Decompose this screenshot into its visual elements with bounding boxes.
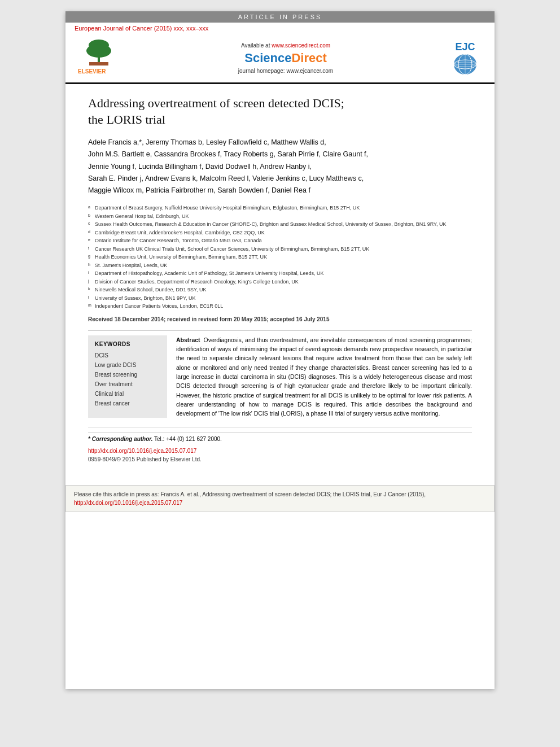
citation-footer: Please cite this article in press as: Fr…	[65, 485, 495, 512]
affil-text: Division of Cancer Studies, Department o…	[95, 278, 299, 286]
corresponding-author: * Corresponding author. Tel.: +44 (0) 12…	[88, 432, 472, 442]
svg-point-3	[86, 44, 111, 58]
keywords-box: KEYWORDS DCISLow grade DCISBreast screen…	[88, 335, 167, 418]
article-title: Addressing overtreatment of screen detec…	[88, 95, 472, 128]
affil-sup: b	[88, 213, 94, 221]
article-in-press-banner: ARTICLE IN PRESS	[65, 11, 495, 23]
affil-sup: j	[88, 278, 94, 286]
affil-sup: d	[88, 229, 94, 237]
keywords-abstract-section: KEYWORDS DCISLow grade DCISBreast screen…	[88, 335, 472, 418]
keyword-item: Clinical trial	[95, 389, 160, 399]
keyword-item: DCIS	[95, 351, 160, 360]
authors-section: Adele Francis a,*, Jeremy Thomas b, Lesl…	[88, 137, 472, 196]
affil-text: Cambridge Breast Unit, Addenbrooke's Hos…	[95, 229, 265, 237]
affil-text: Ninewells Medical School, Dundee, DD1 9S…	[95, 286, 206, 294]
affil-text: Cancer Research UK Clinical Trials Unit,…	[95, 246, 369, 254]
affiliation-item: eOntario Institute for Cancer Research, …	[88, 237, 472, 245]
divider	[88, 330, 472, 331]
journal-link[interactable]: European Journal of Cancer (2015) xxx, x…	[65, 23, 495, 34]
keywords-title: KEYWORDS	[95, 341, 160, 347]
affil-text: Department of Histopathology, Academic U…	[95, 270, 324, 278]
svg-rect-4	[89, 62, 108, 65]
ejc-text: EJC	[455, 41, 475, 53]
affil-sup: h	[88, 262, 94, 270]
keywords-list: DCISLow grade DCISBreast screeningOver t…	[95, 351, 160, 408]
abstract-content: Overdiagnosis, and thus overtreatment, a…	[176, 337, 472, 417]
authors-line1: Adele Francis a,*, Jeremy Thomas b, Lesl…	[88, 137, 472, 148]
affil-text: Western General Hospital, Edinburgh, UK	[95, 213, 189, 221]
keyword-item: Breast cancer	[95, 399, 160, 408]
affil-sup: i	[88, 270, 94, 278]
keyword-item: Over treatment	[95, 379, 160, 389]
authors-line5: Maggie Wilcox m, Patricia Fairbrother m,…	[88, 185, 472, 196]
affiliation-item: bWestern General Hospital, Edinburgh, UK	[88, 213, 472, 221]
affil-sup: a	[88, 204, 94, 212]
affiliations-section: aDepartment of Breast Surgery, Nuffield …	[88, 204, 472, 311]
affil-text: Department of Breast Surgery, Nuffield H…	[95, 204, 360, 212]
ejc-logo: EJC	[443, 38, 488, 78]
available-at: Available at www.sciencedirect.com	[135, 42, 436, 49]
center-info: Available at www.sciencedirect.com Scien…	[135, 42, 436, 74]
sciencedirect-logo: ScienceDirect	[135, 51, 436, 65]
affiliation-item: jDivision of Cancer Studies, Department …	[88, 278, 472, 286]
doi-line[interactable]: http://dx.doi.org/10.1016/j.ejca.2015.07…	[88, 448, 472, 454]
affil-text: St. James's Hospital, Leeds, UK	[95, 262, 167, 270]
title-line2: the LORIS trial	[88, 112, 165, 126]
affiliation-item: iDepartment of Histopathology, Academic …	[88, 270, 472, 278]
affil-text: University of Sussex, Brighton, BN1 9PY,…	[95, 295, 195, 303]
affiliation-item: hSt. James's Hospital, Leeds, UK	[88, 262, 472, 270]
article-content: Addressing overtreatment of screen detec…	[65, 84, 495, 474]
affiliation-item: aDepartment of Breast Surgery, Nuffield …	[88, 204, 472, 212]
received-line: Received 18 December 2014; received in r…	[88, 316, 472, 322]
banner-text: ARTICLE IN PRESS	[238, 14, 322, 20]
copyright-line: 0959-8049/© 2015 Published by Elsevier L…	[88, 456, 472, 462]
affil-text: Independent Cancer Patients Voices, Lond…	[95, 303, 223, 311]
corresponding-author-label: * Corresponding author.	[88, 436, 152, 442]
corresponding-author-phone: Tel.: +44 (0) 121 627 2000.	[154, 436, 222, 442]
logo-bar: ELSEVIER Available at www.sciencedirect.…	[65, 34, 495, 84]
affiliation-item: dCambridge Breast Unit, Addenbrooke's Ho…	[88, 229, 472, 237]
affil-sup: c	[88, 221, 94, 229]
affil-sup: f	[88, 246, 94, 254]
title-line1: Addressing overtreatment of screen detec…	[88, 96, 344, 110]
authors-line3: Jennie Young f, Lucinda Billingham f, Da…	[88, 161, 472, 173]
sciencedirect-link[interactable]: www.sciencedirect.com	[272, 42, 330, 49]
affil-text: Sussex Health Outcomes, Research & Educa…	[95, 221, 446, 229]
abstract-box: AbstractOverdiagnosis, and thus overtrea…	[176, 335, 472, 418]
affil-sup: k	[88, 286, 94, 294]
affil-sup: l	[88, 295, 94, 303]
affil-text: Ontario Institute for Cancer Research, T…	[95, 237, 261, 245]
authors-line2: John M.S. Bartlett e, Cassandra Brookes …	[88, 148, 472, 160]
affiliation-item: lUniversity of Sussex, Brighton, BN1 9PY…	[88, 295, 472, 303]
abstract-label: Abstract	[176, 337, 200, 343]
svg-text:ELSEVIER: ELSEVIER	[78, 68, 106, 75]
affil-sup: e	[88, 237, 94, 245]
affiliation-item: mIndependent Cancer Patients Voices, Lon…	[88, 303, 472, 311]
elsevier-logo: ELSEVIER	[72, 38, 129, 78]
affiliation-item: cSussex Health Outcomes, Research & Educ…	[88, 221, 472, 229]
affil-sup: g	[88, 254, 94, 261]
affiliation-item: gHealth Economics Unit, University of Bi…	[88, 254, 472, 261]
authors-line4: Sarah E. Pinder j, Andrew Evans k, Malco…	[88, 173, 472, 185]
affiliation-item: fCancer Research UK Clinical Trials Unit…	[88, 246, 472, 254]
article-page: ARTICLE IN PRESS European Journal of Can…	[65, 11, 495, 689]
journal-homepage: journal homepage: www.ejcancer.com	[135, 68, 436, 74]
affil-text: Health Economics Unit, University of Bir…	[95, 254, 267, 261]
divider-2	[88, 427, 472, 427]
abstract-text: AbstractOverdiagnosis, and thus overtrea…	[176, 335, 472, 418]
keyword-item: Breast screening	[95, 370, 160, 379]
keyword-item: Low grade DCIS	[95, 360, 160, 370]
affil-sup: m	[88, 303, 94, 311]
affiliation-item: kNinewells Medical School, Dundee, DD1 9…	[88, 286, 472, 294]
citation-doi-link[interactable]: http://dx.doi.org/10.1016/j.ejca.2015.07…	[74, 500, 182, 506]
citation-text: Please cite this article in press as: Fr…	[74, 491, 426, 497]
